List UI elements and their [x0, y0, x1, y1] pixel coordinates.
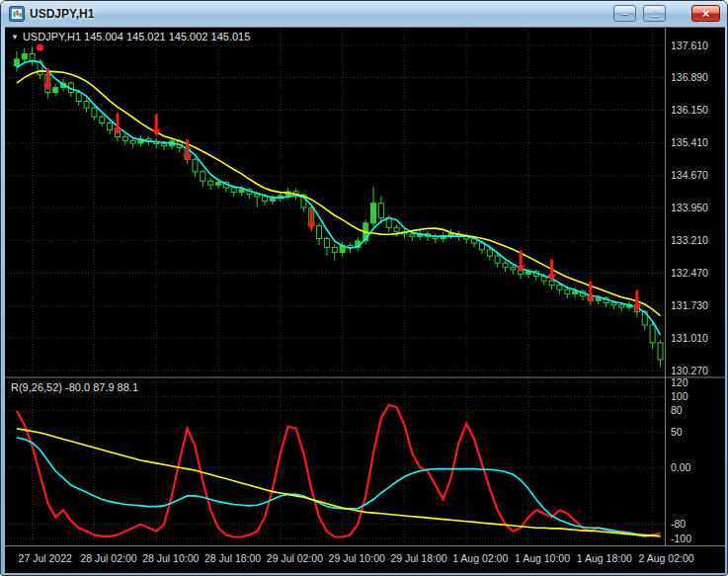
svg-text:29 Jul 02:00: 29 Jul 02:00: [267, 552, 323, 564]
svg-text:137.610: 137.610: [671, 40, 708, 51]
window-title: USDJPY,H1: [30, 7, 94, 21]
svg-text:136.150: 136.150: [671, 104, 708, 116]
maximize-button[interactable]: □: [643, 5, 666, 22]
time-axis[interactable]: 27 Jul 202228 Jul 02:0028 Jul 10:0028 Ju…: [19, 552, 694, 564]
svg-text:1 Aug 18:00: 1 Aug 18:00: [577, 552, 632, 564]
svg-text:100: 100: [671, 390, 688, 402]
close-button[interactable]: ×: [691, 5, 720, 22]
svg-text:1 Aug 10:00: 1 Aug 10:00: [515, 552, 570, 564]
svg-text:136.890: 136.890: [671, 71, 708, 83]
svg-text:130.270: 130.270: [671, 365, 708, 376]
svg-text:-100: -100: [671, 533, 691, 544]
minimize-icon: –: [621, 8, 627, 19]
maximize-icon: □: [651, 8, 658, 19]
svg-text:29 Jul 10:00: 29 Jul 10:00: [329, 552, 385, 564]
chart-app-icon: [9, 6, 25, 22]
svg-text:28 Jul 18:00: 28 Jul 18:00: [204, 552, 261, 564]
svg-text:131.730: 131.730: [671, 299, 708, 311]
price-axis[interactable]: 137.610136.890136.150135.410134.670133.9…: [671, 40, 708, 544]
chart-ohlc-text: USDJPY,H1 145.004 145.021 145.002 145.01…: [23, 31, 250, 42]
svg-text:120: 120: [671, 376, 688, 388]
minimize-button[interactable]: –: [613, 5, 636, 22]
svg-text:135.410: 135.410: [671, 136, 708, 148]
svg-text:27 Jul 2022: 27 Jul 2022: [19, 552, 72, 564]
svg-text:28 Jul 10:00: 28 Jul 10:00: [142, 552, 199, 564]
close-icon: ×: [702, 7, 710, 20]
indicator-label[interactable]: R(9,26,52) -80.0 87.9 88.1: [11, 381, 138, 393]
price-chart[interactable]: 137.610136.890136.150135.410134.670133.9…: [5, 28, 725, 574]
indicator-pane[interactable]: [5, 379, 665, 544]
svg-text:131.010: 131.010: [671, 332, 708, 344]
title-bar[interactable]: USDJPY,H1 – □ ×: [1, 1, 727, 27]
app-window: USDJPY,H1 – □ × 137.610136.890136.150135…: [0, 0, 728, 576]
svg-text:50: 50: [671, 426, 683, 438]
svg-text:2 Aug 02:00: 2 Aug 02:00: [639, 552, 694, 564]
svg-text:0.00: 0.00: [671, 461, 691, 473]
symbol-dropdown-icon[interactable]: ▼: [11, 33, 19, 41]
svg-text:133.210: 133.210: [671, 234, 708, 246]
svg-text:134.670: 134.670: [671, 169, 708, 181]
svg-text:29 Jul 18:00: 29 Jul 18:00: [390, 552, 446, 564]
svg-text:1 Aug 02:00: 1 Aug 02:00: [452, 552, 508, 564]
svg-text:80: 80: [671, 404, 683, 416]
svg-text:132.470: 132.470: [671, 267, 708, 279]
svg-text:28 Jul 02:00: 28 Jul 02:00: [80, 552, 136, 564]
svg-text:-80: -80: [671, 518, 686, 530]
chart-client-area: 137.610136.890136.150135.410134.670133.9…: [5, 27, 725, 573]
chart-ohlc-label[interactable]: ▼ USDJPY,H1 145.004 145.021 145.002 145.…: [11, 31, 250, 42]
main-chart-pane[interactable]: [5, 30, 665, 375]
svg-text:133.950: 133.950: [671, 202, 708, 213]
